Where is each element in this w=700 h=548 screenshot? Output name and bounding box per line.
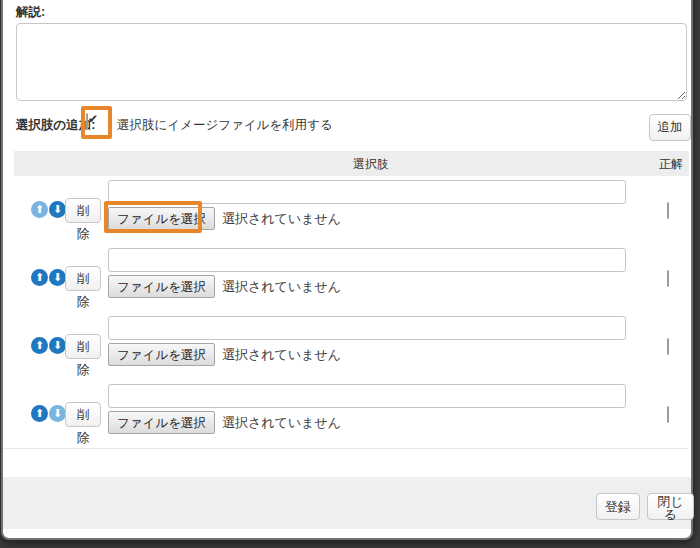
move-down-icon[interactable]: [49, 405, 66, 422]
use-image-label: 選択肢にイメージファイルを利用する: [117, 117, 333, 134]
file-picker-row: ファイルを選択 選択されていません: [108, 343, 341, 366]
file-picker-row: ファイルを選択 選択されていません: [108, 275, 341, 298]
choice-text-input[interactable]: [108, 316, 626, 340]
choice-row: 削除 ファイルを選択 選択されていません: [3, 380, 689, 449]
correct-checkbox[interactable]: [667, 270, 669, 287]
explanation-label: 解説:: [16, 4, 45, 21]
delete-button[interactable]: 削除: [65, 402, 101, 427]
move-up-icon[interactable]: [31, 405, 48, 422]
choices-add-label: 選択肢の追加:: [16, 117, 95, 134]
file-status-text: 選択されていません: [222, 210, 341, 228]
choose-file-button[interactable]: ファイルを選択: [108, 207, 215, 230]
move-down-icon[interactable]: [49, 201, 66, 218]
column-header-correct: 正解: [659, 156, 683, 173]
choice-text-input[interactable]: [108, 248, 626, 272]
file-picker-row: ファイルを選択 選択されていません: [108, 207, 341, 230]
column-header-choices: 選択肢: [353, 156, 389, 173]
register-button[interactable]: 登録: [596, 493, 640, 520]
correct-checkbox[interactable]: [667, 202, 669, 219]
choose-file-button[interactable]: ファイルを選択: [108, 343, 215, 366]
choice-text-input[interactable]: [108, 180, 626, 204]
choice-row: 削除 ファイルを選択 選択されていません: [3, 244, 689, 313]
move-up-icon[interactable]: [31, 337, 48, 354]
close-button[interactable]: 閉じる: [647, 493, 694, 520]
move-up-icon[interactable]: [31, 269, 48, 286]
choice-row: 削除 ファイルを選択 選択されていません: [3, 176, 689, 245]
add-choice-button[interactable]: 追加: [649, 114, 691, 141]
delete-button[interactable]: 削除: [65, 198, 101, 223]
delete-button[interactable]: 削除: [65, 334, 101, 359]
correct-checkbox[interactable]: [667, 338, 669, 355]
file-picker-row: ファイルを選択 選択されていません: [108, 411, 341, 434]
file-status-text: 選択されていません: [222, 346, 341, 364]
move-down-icon[interactable]: [49, 269, 66, 286]
move-up-icon[interactable]: [31, 201, 48, 218]
choose-file-button[interactable]: ファイルを選択: [108, 275, 215, 298]
delete-button[interactable]: 削除: [65, 266, 101, 291]
choose-file-button[interactable]: ファイルを選択: [108, 411, 215, 434]
explanation-textarea[interactable]: [16, 23, 687, 101]
choices-table-header: 選択肢 正解: [14, 151, 689, 177]
file-status-text: 選択されていません: [222, 278, 341, 296]
file-status-text: 選択されていません: [222, 414, 341, 432]
choice-text-input[interactable]: [108, 384, 626, 408]
use-image-checkbox[interactable]: [86, 113, 88, 130]
move-down-icon[interactable]: [49, 337, 66, 354]
modal-footer: 登録 閉じる: [3, 477, 691, 529]
correct-checkbox[interactable]: [667, 406, 669, 423]
choice-row: 削除 ファイルを選択 選択されていません: [3, 312, 689, 381]
